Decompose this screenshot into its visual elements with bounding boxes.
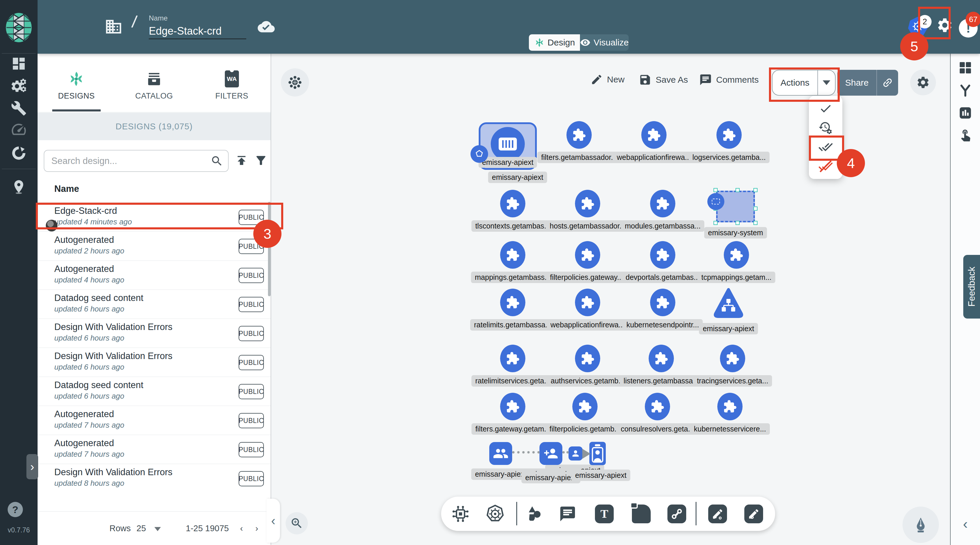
chain-link-tool-icon[interactable]: [667, 505, 686, 523]
search-box: [44, 150, 229, 172]
design-updated-time: updated 2 hours ago: [54, 246, 124, 256]
annotation-badge-3: 3: [253, 220, 282, 248]
tab-design-label: Design: [548, 38, 575, 48]
design-canvas[interactable]: [270, 54, 950, 545]
design-list-item[interactable]: Autogenerated updated 7 hours ago PUBLIC: [38, 406, 270, 435]
previous-page-button[interactable]: ‹: [240, 524, 243, 533]
interaction-touch-icon[interactable]: [959, 128, 972, 141]
tab-visualize-label: Visualize: [593, 38, 629, 48]
comments-button[interactable]: Comments: [699, 73, 759, 86]
design-name: Design With Validation Errors: [54, 351, 173, 361]
comment-icon: [699, 73, 712, 86]
tab-design[interactable]: Design: [529, 34, 580, 51]
design-list: Edge-Stack-crd updated 4 minutes ago PUB…: [38, 202, 270, 493]
components-grid-icon[interactable]: [959, 61, 972, 75]
import-design-icon[interactable]: [235, 154, 248, 167]
design-name-label: Name: [149, 14, 168, 22]
tab-catalog[interactable]: CATALOG: [115, 54, 193, 112]
design-list-item[interactable]: Autogenerated updated 4 hours ago PUBLIC: [38, 261, 270, 289]
menu-item-dry-run[interactable]: [809, 119, 842, 137]
sidebar-item-lifecycle[interactable]: [10, 78, 28, 94]
annotate-pen-tool-icon[interactable]: [708, 505, 727, 523]
design-list-item[interactable]: Design With Validation Errors updated 6 …: [38, 348, 270, 377]
copy-link-icon[interactable]: [877, 77, 898, 89]
list-scrollbar[interactable]: [268, 202, 270, 296]
design-list-item[interactable]: Datadog seed content updated 6 hours ago…: [38, 377, 270, 406]
rows-per-page-select[interactable]: 25: [137, 524, 146, 533]
cloud-saved-icon: [258, 18, 275, 35]
double-check-crossed-icon: [818, 159, 833, 174]
save-as-button[interactable]: Save As: [639, 73, 688, 86]
tab-designs[interactable]: DESIGNS: [38, 54, 115, 112]
design-updated-time: updated 7 hours ago: [54, 421, 124, 430]
design-search-input[interactable]: [51, 152, 204, 170]
text-tool-icon[interactable]: T: [595, 505, 614, 523]
canvas-settings-gear-icon[interactable]: [910, 70, 936, 95]
metrics-chart-icon[interactable]: [959, 106, 972, 120]
design-updated-time: updated 6 hours ago: [54, 392, 124, 401]
organization-building-icon[interactable]: [105, 17, 123, 36]
menu-item-deploy[interactable]: [809, 138, 842, 156]
visibility-badge: PUBLIC: [239, 442, 264, 457]
chip-icon[interactable]: [451, 504, 470, 524]
menu-item-validate[interactable]: [809, 100, 842, 118]
sidebar-item-environment-pin[interactable]: [11, 179, 26, 194]
filter-icon[interactable]: [254, 154, 268, 167]
sidebar-item-dashboard[interactable]: [11, 56, 27, 72]
share-button[interactable]: Share: [837, 70, 898, 95]
shapes-tool-icon[interactable]: [525, 505, 544, 523]
panel-collapse-button[interactable]: ‹: [267, 499, 280, 543]
zoom-in-button[interactable]: [286, 512, 308, 534]
visibility-badge: PUBLIC: [239, 268, 264, 283]
design-name: Datadog seed content: [54, 380, 143, 391]
pen-nib-mode-icon[interactable]: [902, 507, 939, 543]
comment-tool-icon[interactable]: [559, 505, 576, 523]
next-page-button[interactable]: ›: [255, 524, 258, 533]
design-list-item[interactable]: Autogenerated updated 7 hours ago PUBLIC: [38, 435, 270, 464]
hierarchy-y-icon[interactable]: [959, 84, 972, 97]
eye-icon: [580, 37, 590, 48]
design-list-item[interactable]: Design With Validation Errors updated 6 …: [38, 319, 270, 348]
right-dock-collapse-button[interactable]: ‹: [963, 516, 968, 532]
meshery-design-icon: [534, 37, 545, 48]
note-tool-icon[interactable]: [632, 505, 651, 523]
kubernetes-helm-icon[interactable]: [485, 504, 505, 524]
actions-button[interactable]: Actions: [772, 70, 835, 95]
pagination-bar: Rows 25 1-25 19075 ‹ ›: [38, 511, 270, 545]
tab-filters[interactable]: WA FILTERS: [193, 54, 270, 112]
design-list-item[interactable]: Design With Validation Errors updated 8 …: [38, 464, 270, 493]
actions-dropdown-caret[interactable]: [818, 80, 835, 85]
search-row: [38, 140, 270, 183]
design-list-item[interactable]: Autogenerated updated 2 hours ago PUBLIC: [38, 232, 270, 261]
design-name-input[interactable]: [149, 24, 246, 39]
meshery-app-window: ? v0.7.76 / Name Design Visualize 2 ! 6: [0, 0, 980, 545]
design-list-item[interactable]: Edge-Stack-crd updated 4 minutes ago PUB…: [38, 202, 270, 232]
sidebar-item-performance[interactable]: [10, 121, 27, 138]
rows-caret-icon[interactable]: [154, 527, 161, 531]
sidebar-expand-button[interactable]: ›: [26, 454, 38, 479]
mode-switch: Design Visualize: [529, 34, 629, 51]
design-list-item[interactable]: Datadog seed content updated 6 hours ago…: [38, 289, 270, 319]
save-icon: [639, 73, 652, 86]
feedback-tab[interactable]: Feedback: [963, 255, 980, 319]
app-version: v0.7.76: [0, 526, 38, 534]
visibility-badge: PUBLIC: [239, 355, 264, 370]
design-name: Autogenerated: [54, 235, 114, 245]
sidebar-item-extensions[interactable]: [11, 145, 27, 161]
sidebar-item-configuration[interactable]: [11, 100, 27, 116]
meshery-logo-icon[interactable]: [5, 12, 33, 43]
annotation-badge-5: 5: [900, 32, 928, 60]
help-icon[interactable]: ?: [8, 502, 23, 517]
mesh-adapter-icon[interactable]: [281, 68, 309, 97]
freehand-pencil-tool-icon[interactable]: [744, 505, 763, 523]
design-name: Autogenerated: [54, 409, 114, 419]
design-updated-time: updated 4 hours ago: [54, 275, 124, 284]
search-icon[interactable]: [210, 154, 223, 167]
design-updated-time: updated 7 hours ago: [54, 450, 124, 459]
pagination-range: 1-25 19075: [186, 524, 229, 533]
design-updated-time: updated 8 hours ago: [54, 479, 124, 488]
visibility-badge: PUBLIC: [239, 471, 264, 486]
new-design-button[interactable]: New: [590, 73, 625, 86]
settings-gear-icon[interactable]: [936, 17, 953, 34]
tab-visualize[interactable]: Visualize: [580, 34, 629, 51]
